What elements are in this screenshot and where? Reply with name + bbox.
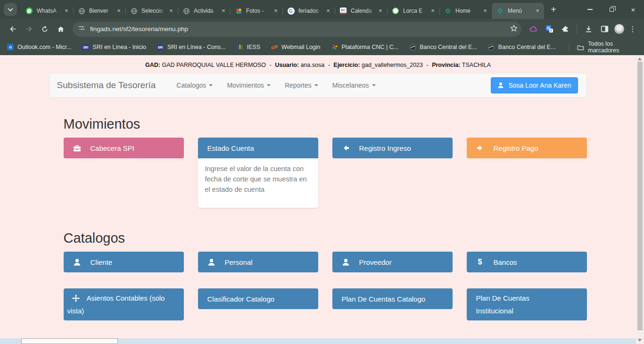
tab-calendario[interactable]: EC Calenda × xyxy=(335,3,387,19)
url-text[interactable]: fingads.net/sf2/tesoreria/menu.php xyxy=(90,25,510,33)
sri-icon: SRI xyxy=(157,43,164,51)
tab-close-icon[interactable]: × xyxy=(324,7,332,15)
home-button[interactable] xyxy=(54,22,68,36)
tab-actividades[interactable]: Activida × xyxy=(178,3,230,19)
tab-label: Lorca E xyxy=(403,8,427,14)
close-window-button[interactable]: × xyxy=(622,0,644,19)
scroll-up-arrow[interactable] xyxy=(638,57,642,60)
tab-close-icon[interactable]: × xyxy=(63,7,70,15)
globe-icon xyxy=(78,7,85,15)
browser-toolbar: fingads.net/sf2/tesoreria/menu.php Ga ⋮ xyxy=(0,19,644,39)
tab-home[interactable]: ⚙ Home × xyxy=(439,3,492,19)
catalogos-grid-row1: Cliente Personal Proveedor $ Bancos xyxy=(64,252,587,272)
extensions-puzzle-icon[interactable] xyxy=(558,22,572,36)
restore-button[interactable] xyxy=(601,0,622,19)
cabecera-spi-button[interactable]: Cabecera SPI xyxy=(64,138,184,158)
tab-close-icon[interactable]: × xyxy=(272,7,280,15)
tab-close-icon[interactable]: × xyxy=(220,7,227,15)
user-button-label: Sosa Loor Ana Karen xyxy=(508,82,571,89)
tab-fotos[interactable]: Fotos - × xyxy=(230,3,282,19)
tab-label: feriados xyxy=(298,8,322,14)
bookmark-cnc[interactable]: Plataforma CNC | C... xyxy=(331,43,399,51)
tab-close-icon[interactable]: × xyxy=(481,7,489,15)
bookmark-outlook[interactable]: o Outlook.com - Micr... xyxy=(7,43,72,51)
user-icon xyxy=(73,258,81,266)
new-tab-button[interactable]: + xyxy=(547,3,560,16)
asientos-contables-button[interactable]: Asientos Contables (solo vista) xyxy=(64,288,184,320)
bookmarks-bar: o Outlook.com - Micr... SRI SRI en Línea… xyxy=(0,39,644,55)
bookmark-star-icon[interactable] xyxy=(510,25,518,34)
plan-cuentas-institucional-button[interactable]: Plan De Cuentas Institucional xyxy=(467,288,587,320)
download-icon[interactable] xyxy=(581,22,595,36)
tab-menu[interactable]: ⚙ Menú × xyxy=(492,3,544,19)
tab-close-icon[interactable]: × xyxy=(167,7,175,15)
clasificador-catalogo-button[interactable]: Clasificador Catalogo xyxy=(198,288,318,309)
all-bookmarks-button[interactable]: Todos los marcadores xyxy=(566,41,637,54)
vertical-scroll-thumb[interactable] xyxy=(637,62,643,330)
user-button[interactable]: Sosa Loor Ana Karen xyxy=(491,77,578,93)
side-panel-icon[interactable] xyxy=(597,22,611,36)
toolbar-divider xyxy=(577,25,577,33)
whatsapp-icon xyxy=(25,7,33,15)
profile-avatar[interactable] xyxy=(614,24,624,34)
forward-button[interactable] xyxy=(22,22,36,36)
navbar-brand[interactable]: Subsistema de Tesorería xyxy=(50,80,163,90)
dark-globe-icon xyxy=(487,43,495,51)
tab-close-icon[interactable]: × xyxy=(429,7,437,15)
bookmark-label: Webmail Login xyxy=(281,44,320,50)
tab-close-icon[interactable]: × xyxy=(115,7,123,15)
tab-close-icon[interactable]: × xyxy=(377,7,384,15)
tab-feriados[interactable]: G feriados × xyxy=(282,3,335,19)
gear-icon: ⚙ xyxy=(496,7,504,15)
tab-search-button[interactable] xyxy=(4,3,17,16)
back-button[interactable] xyxy=(6,22,20,36)
registro-ingreso-button[interactable]: Registro Ingreso xyxy=(332,138,453,158)
tab-whatsapp[interactable]: WhatsA × xyxy=(21,3,73,19)
bookmark-label: Outlook.com - Micr... xyxy=(17,44,72,50)
tab-seleccion[interactable]: Seleccio × xyxy=(125,3,178,19)
browser-menu-icon[interactable]: ⋮ xyxy=(626,25,639,33)
button-label: Estado Cuenta xyxy=(207,144,254,152)
ejercicio-label: Ejercicio: xyxy=(333,62,360,68)
globe-icon xyxy=(130,7,138,15)
registro-pago-button[interactable]: Registro Pago xyxy=(467,138,587,158)
estado-cuenta-button[interactable]: Estado Cuenta xyxy=(198,138,318,158)
tab-strip: WhatsA × Bienver × Seleccio × Activida ×… xyxy=(0,0,644,19)
button-label: Asientos Contables (solo vista) xyxy=(67,294,165,315)
cliente-button[interactable]: Cliente xyxy=(64,252,184,272)
tab-label: Bienver xyxy=(89,8,113,14)
catalogos-title: Catalogos xyxy=(64,230,587,246)
translate-icon[interactable]: Ga xyxy=(542,22,556,36)
briefcase-icon xyxy=(73,144,81,152)
reload-button[interactable] xyxy=(38,22,52,36)
bancos-button[interactable]: $ Bancos xyxy=(467,252,587,272)
bookmark-sri-inicio[interactable]: SRI SRI en Línea - Inicio xyxy=(82,43,146,51)
bookmark-webmail[interactable]: cP Webmail Login xyxy=(271,43,320,51)
nav-catalogos[interactable]: Catalogos xyxy=(169,74,220,97)
plan-cuentas-catalogo-button[interactable]: Plan De Cuentas Catalogo xyxy=(332,288,453,309)
tab-lorca[interactable]: Lorca E × xyxy=(387,3,439,19)
scroll-down-arrow[interactable] xyxy=(638,339,642,342)
personal-button[interactable]: Personal xyxy=(198,252,318,272)
nav-reportes[interactable]: Reportes xyxy=(278,74,325,97)
horizontal-scroll-thumb[interactable] xyxy=(21,338,118,344)
tab-close-icon[interactable]: × xyxy=(534,7,541,15)
bookmark-label: SRI en Línea - Inicio xyxy=(93,44,146,50)
chevron-down-icon xyxy=(8,6,13,11)
site-info-icon[interactable] xyxy=(78,25,85,33)
cloud-extension-icon[interactable] xyxy=(526,22,540,36)
minimize-button[interactable] xyxy=(579,0,601,19)
tab-bienvenido[interactable]: Bienver × xyxy=(73,3,125,19)
bookmark-iess[interactable]: IESS xyxy=(236,43,261,51)
bookmark-sri-consultas[interactable]: SRI SRI en Línea - Cons... xyxy=(157,43,226,51)
usuario-label: Usuario: xyxy=(275,62,299,68)
ejercicio-value: gad_vallehermos_2023 xyxy=(362,62,423,68)
bookmark-banco-central-1[interactable]: Banco Central del E... xyxy=(409,43,477,51)
address-bar[interactable]: fingads.net/sf2/tesoreria/menu.php xyxy=(73,22,521,37)
gear-icon: ⚙ xyxy=(444,7,452,15)
proveedor-button[interactable]: Proveedor xyxy=(332,252,453,272)
nav-miscelaneos[interactable]: Miscelaneos xyxy=(325,74,383,97)
nav-movimientos[interactable]: Movimientos xyxy=(220,74,278,97)
bookmark-banco-central-2[interactable]: Banco Central del E... xyxy=(487,43,556,51)
bookmark-label: Banco Central del E... xyxy=(420,44,477,50)
